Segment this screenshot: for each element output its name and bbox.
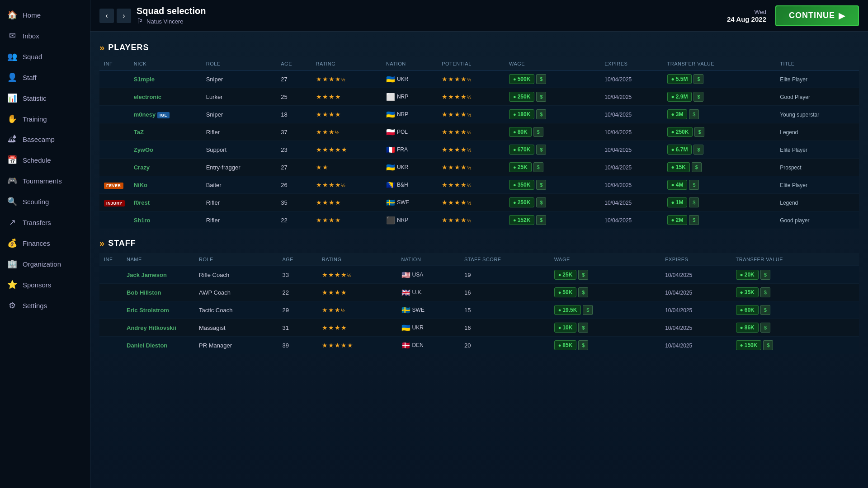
nav-back-button[interactable]: ‹ (99, 9, 114, 23)
player-nation-cell: 🇺🇦 UKR (382, 70, 437, 88)
sidebar-item-training[interactable]: ✋ Training (0, 108, 90, 129)
transfer-edit-button[interactable]: $ (760, 323, 770, 333)
transfer-edit-button[interactable]: $ (689, 215, 699, 225)
sidebar: 🏠 Home ✉ Inbox 👥 Squad 👤 Staff 📊 Statist… (0, 0, 90, 488)
transfer-amount: ● 1M (667, 197, 688, 207)
player-age-cell: 25 (276, 88, 311, 106)
wage-edit-button[interactable]: $ (536, 92, 546, 102)
staff-name[interactable]: Andrey Hitkovskii (127, 324, 176, 331)
wage-edit-button[interactable]: $ (536, 145, 546, 155)
sidebar-item-basecamp[interactable]: 🏕 Basecamp (0, 129, 90, 150)
table-row: INJURY f0rest Rifler 35 ★★★★ 🇸🇪 SWE ★★★★… (99, 194, 859, 211)
sidebar-item-staff[interactable]: 👤 Staff (0, 67, 90, 88)
player-name[interactable]: m0nesy (134, 111, 156, 118)
sidebar-item-schedule[interactable]: 📅 Schedule (0, 150, 90, 170)
wage-edit-button[interactable]: $ (578, 270, 588, 280)
transfer-edit-button[interactable]: $ (760, 287, 770, 297)
staff-name[interactable]: Bob Hillston (127, 289, 161, 296)
player-title-cell: Legend (775, 123, 859, 141)
staff-chevrons-icon: » (99, 238, 104, 249)
staff-wage-spacer (643, 319, 660, 337)
sidebar-item-settings[interactable]: ⚙ Settings (0, 295, 90, 316)
transfer-edit-button[interactable]: $ (689, 197, 699, 207)
transfer-edit-button[interactable]: $ (693, 92, 703, 102)
player-transfer-spacer (760, 211, 776, 229)
transfer-coin-icon: ● (671, 111, 675, 117)
sidebar-item-statistic[interactable]: 📊 Statistic (0, 88, 90, 108)
player-name[interactable]: f0rest (134, 199, 150, 206)
player-name[interactable]: NiKo (134, 182, 147, 188)
transfer-edit-button[interactable]: $ (693, 74, 703, 84)
sidebar-label-basecamp: Basecamp (23, 136, 55, 143)
wage-edit-button[interactable]: $ (583, 305, 593, 315)
transfer-edit-button[interactable]: $ (692, 162, 702, 172)
wage-edit-button[interactable]: $ (536, 180, 546, 190)
age-text: 27 (281, 76, 287, 83)
date-full: 24 Aug 2022 (727, 15, 766, 23)
sidebar-item-tournaments[interactable]: 🎮 Tournaments (0, 170, 90, 191)
transfer-coin-icon: ● (740, 324, 743, 331)
page-title-block: Squad selection 🏳 Natus Vincere (137, 6, 206, 25)
transfer-edit-button[interactable]: $ (694, 127, 704, 137)
staff-role-cell: Rifle Coach (194, 266, 278, 284)
flag-badge: 🇺🇦 NRP (386, 110, 408, 119)
wage-edit-button[interactable]: $ (578, 323, 588, 333)
transfer-value: 60K (745, 307, 755, 313)
sidebar-item-inbox[interactable]: ✉ Inbox (0, 25, 90, 46)
player-name[interactable]: S1mple (134, 76, 155, 83)
staff-rating-cell: ★★★★ (317, 319, 397, 337)
wage-edit-button[interactable]: $ (536, 109, 546, 119)
sidebar-label-training: Training (23, 115, 47, 123)
player-potential-cell: ★★★★½ (437, 123, 505, 141)
sidebar-item-squad[interactable]: 👥 Squad (0, 46, 90, 67)
sidebar-item-scouting[interactable]: 🔍 Scouting (0, 191, 90, 212)
player-potential-cell: ★★★★½ (437, 70, 505, 88)
nation-code: UKR (397, 76, 408, 82)
sidebar-item-sponsors[interactable]: ⭐ Sponsors (0, 274, 90, 295)
sidebar-item-transfers[interactable]: ↗ Transfers (0, 212, 90, 233)
player-nick-cell: Sh1ro (129, 211, 202, 229)
sidebar-item-home[interactable]: 🏠 Home (0, 5, 90, 25)
flag-emoji: 🇺🇸 (401, 271, 410, 279)
team-name: Natus Vincere (146, 18, 183, 25)
staff-name[interactable]: Daniel Dieston (127, 342, 167, 349)
transfer-amount: ● 2.9M (667, 92, 692, 102)
sidebar-item-organization[interactable]: 🏢 Organization (0, 253, 90, 274)
wage-edit-button[interactable]: $ (578, 340, 588, 350)
table-row: Sh1ro Rifler 22 ★★★★ ⬛ NRP ★★★★½ ● 152K … (99, 211, 859, 229)
transfer-edit-button[interactable]: $ (760, 270, 770, 280)
wage-edit-button[interactable]: $ (533, 162, 543, 172)
wage-edit-button[interactable]: $ (536, 215, 546, 225)
player-nation-cell: 🇧🇦 B&H (382, 176, 437, 194)
player-name[interactable]: ZywOo (134, 146, 153, 153)
sidebar-label-staff: Staff (23, 74, 37, 81)
scol-expires: EXPIRES (660, 253, 731, 266)
transfer-edit-button[interactable]: $ (689, 180, 699, 190)
squad-icon: 👥 (7, 52, 17, 61)
scouting-icon: 🔍 (7, 197, 17, 206)
wage-edit-button[interactable]: $ (536, 197, 546, 207)
wage-edit-button[interactable]: $ (578, 287, 588, 297)
wage-coin-icon: ● (513, 112, 516, 117)
sidebar-item-finances[interactable]: 💰 Finances (0, 233, 90, 253)
player-age-cell: 23 (276, 141, 311, 159)
player-name[interactable]: Sh1ro (134, 217, 151, 224)
wage-edit-button[interactable]: $ (533, 127, 543, 137)
wage-cell: ● 25K $ (509, 162, 580, 172)
staff-name[interactable]: Eric Strolstrom (127, 307, 169, 314)
continue-button[interactable]: CONTINUE ▶ (775, 5, 859, 26)
col-nick: NICK (129, 57, 202, 70)
age-text: 27 (281, 164, 287, 171)
wage-edit-button[interactable]: $ (536, 74, 546, 84)
player-name[interactable]: electronic (134, 94, 161, 100)
wage-amount: ● 180K (509, 109, 534, 119)
transfer-edit-button[interactable]: $ (760, 305, 770, 315)
transfer-value: 150K (745, 342, 758, 348)
nav-forward-button[interactable]: › (117, 9, 131, 23)
player-name[interactable]: Crazy (134, 164, 150, 171)
transfer-edit-button[interactable]: $ (689, 109, 699, 119)
transfer-edit-button[interactable]: $ (763, 340, 773, 350)
player-name[interactable]: TaZ (134, 129, 144, 136)
staff-name[interactable]: Jack Jameson (127, 272, 167, 278)
transfer-edit-button[interactable]: $ (693, 145, 703, 155)
